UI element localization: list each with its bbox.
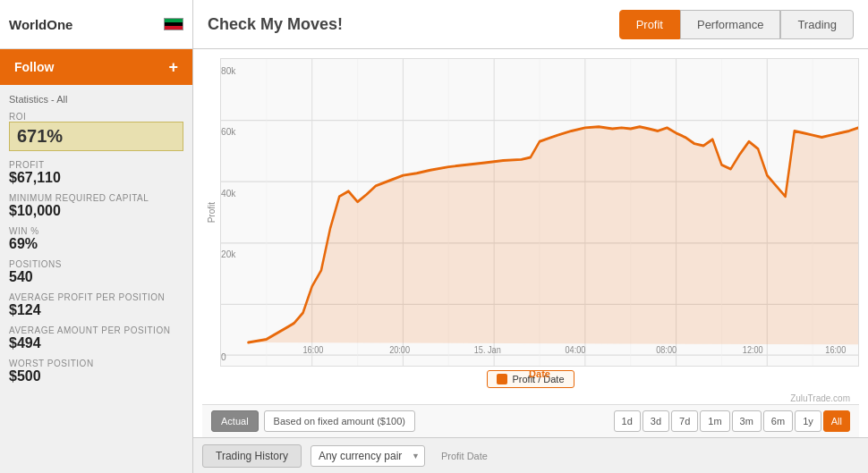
roi-value: 671% xyxy=(9,122,183,151)
main-content: Check My Moves! Profit Performance Tradi… xyxy=(193,0,868,473)
panel-title: Check My Moves! xyxy=(208,15,343,34)
y-axis-label: Profit xyxy=(207,202,217,223)
positions-value: 540 xyxy=(9,269,183,285)
top-panel: Check My Moves! Profit Performance Tradi… xyxy=(193,0,868,49)
win-value: 69% xyxy=(9,236,183,252)
min-capital-label: MINIMUM REQUIRED CAPITAL xyxy=(9,193,183,203)
avg-amount-value: $494 xyxy=(9,335,183,351)
sidebar-header: WorldOne xyxy=(0,0,192,49)
trading-history-button[interactable]: Trading History xyxy=(202,444,302,468)
svg-text:04:00: 04:00 xyxy=(565,344,585,355)
svg-text:0: 0 xyxy=(221,351,226,362)
win-label: WIN % xyxy=(9,226,183,236)
min-capital-stat: MINIMUM REQUIRED CAPITAL $10,000 xyxy=(9,193,183,219)
follow-label: Follow xyxy=(14,60,54,74)
chart-controls: Actual Based on fixed amount ($100) 1d 3… xyxy=(202,404,859,437)
actual-button[interactable]: Actual xyxy=(211,410,259,432)
follow-plus: + xyxy=(168,58,178,77)
svg-text:16:00: 16:00 xyxy=(825,344,846,355)
currency-pair-wrapper: Any currency pair xyxy=(311,445,425,467)
profit-chart: 80k 60k 40k 20k 0 16:00 20:00 15. Jan 04… xyxy=(220,58,859,367)
positions-stat: POSITIONS 540 xyxy=(9,259,183,285)
fixed-amount-button[interactable]: Based on fixed amount ($100) xyxy=(264,410,415,432)
avg-profit-stat: AVERAGE PROFIT PER POSITION $124 xyxy=(9,292,183,318)
time-btn-1m[interactable]: 1m xyxy=(700,410,729,432)
zulutrade-credit: ZuluTrade.com xyxy=(790,393,850,403)
actual-buttons: Actual Based on fixed amount ($100) xyxy=(211,410,415,432)
time-btn-all[interactable]: All xyxy=(823,410,850,432)
x-axis-label: Date xyxy=(220,368,859,379)
profit-date-label: Profit Date xyxy=(441,451,488,461)
chart-container: Profit xyxy=(193,49,868,437)
sidebar: WorldOne Follow + Statistics - All ROI 6… xyxy=(0,0,193,473)
profit-value: $67,110 xyxy=(9,170,183,186)
svg-text:12:00: 12:00 xyxy=(743,344,763,355)
time-btn-3m[interactable]: 3m xyxy=(732,410,762,432)
win-stat: WIN % 69% xyxy=(9,226,183,252)
statistics-title: Statistics - All xyxy=(9,94,183,105)
tab-trading[interactable]: Trading xyxy=(780,10,854,39)
flag-icon xyxy=(164,18,183,30)
positions-label: POSITIONS xyxy=(9,259,183,269)
bottom-bar: Trading History Any currency pair Profit… xyxy=(193,437,868,473)
time-btn-6m[interactable]: 6m xyxy=(763,410,793,432)
follow-button[interactable]: Follow + xyxy=(0,49,192,85)
statistics-section: Statistics - All ROI 671% PROFIT $67,110… xyxy=(0,85,192,473)
currency-pair-select[interactable]: Any currency pair xyxy=(311,445,425,467)
profit-stat: PROFIT $67,110 xyxy=(9,160,183,186)
svg-text:20k: 20k xyxy=(221,249,236,260)
svg-text:40k: 40k xyxy=(221,187,236,198)
svg-text:08:00: 08:00 xyxy=(656,344,677,355)
avg-profit-label: AVERAGE PROFIT PER POSITION xyxy=(9,292,183,302)
svg-text:60k: 60k xyxy=(221,125,236,137)
avg-amount-stat: AVERAGE AMOUNT PER POSITION $494 xyxy=(9,325,183,351)
worst-position-stat: WORST POSITION $500 xyxy=(9,359,183,384)
svg-text:20:00: 20:00 xyxy=(389,344,410,355)
svg-text:80k: 80k xyxy=(221,64,236,76)
time-btn-3d[interactable]: 3d xyxy=(642,410,669,432)
tab-group: Profit Performance Trading xyxy=(619,10,854,39)
min-capital-value: $10,000 xyxy=(9,203,183,219)
time-buttons: 1d 3d 7d 1m 3m 6m 1y All xyxy=(614,410,850,432)
worst-position-value: $500 xyxy=(9,368,183,384)
tab-profit[interactable]: Profit xyxy=(619,10,680,39)
avg-profit-value: $124 xyxy=(9,302,183,318)
avg-amount-label: AVERAGE AMOUNT PER POSITION xyxy=(9,325,183,335)
time-btn-7d[interactable]: 7d xyxy=(671,410,698,432)
sidebar-title: WorldOne xyxy=(9,17,72,32)
svg-text:16:00: 16:00 xyxy=(303,344,324,355)
roi-label: ROI xyxy=(9,112,183,122)
worst-position-label: WORST POSITION xyxy=(9,359,183,368)
time-btn-1y[interactable]: 1y xyxy=(795,410,821,432)
tab-performance[interactable]: Performance xyxy=(680,10,780,39)
time-btn-1d[interactable]: 1d xyxy=(614,410,641,432)
svg-text:15. Jan: 15. Jan xyxy=(474,344,501,355)
profit-label: PROFIT xyxy=(9,160,183,170)
